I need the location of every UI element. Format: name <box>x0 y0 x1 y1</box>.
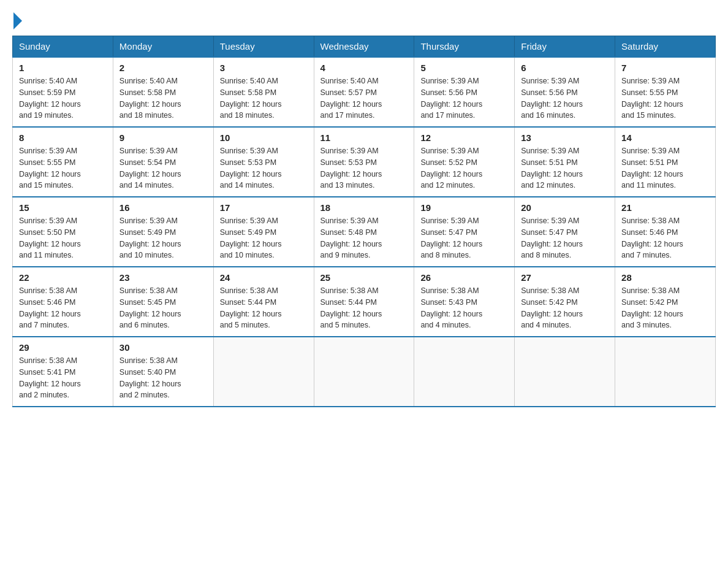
day-info: Sunrise: 5:39 AMSunset: 5:51 PMDaylight:… <box>521 145 609 191</box>
day-of-week-header: Monday <box>113 36 213 58</box>
day-info: Sunrise: 5:39 AMSunset: 5:51 PMDaylight:… <box>621 145 709 191</box>
calendar-day-cell: 4Sunrise: 5:40 AMSunset: 5:57 PMDaylight… <box>314 57 414 127</box>
day-number: 25 <box>320 272 408 283</box>
calendar-day-cell: 1Sunrise: 5:40 AMSunset: 5:59 PMDaylight… <box>13 57 113 127</box>
calendar-day-cell <box>615 337 716 407</box>
day-info: Sunrise: 5:39 AMSunset: 5:47 PMDaylight:… <box>521 215 609 261</box>
calendar-day-cell: 3Sunrise: 5:40 AMSunset: 5:58 PMDaylight… <box>213 57 314 127</box>
day-info: Sunrise: 5:40 AMSunset: 5:58 PMDaylight:… <box>119 75 207 121</box>
header-row: SundayMondayTuesdayWednesdayThursdayFrid… <box>13 36 716 58</box>
day-number: 7 <box>621 63 709 73</box>
calendar-day-cell: 12Sunrise: 5:39 AMSunset: 5:52 PMDayligh… <box>414 127 515 197</box>
day-info: Sunrise: 5:39 AMSunset: 5:55 PMDaylight:… <box>621 75 709 121</box>
calendar-day-cell: 9Sunrise: 5:39 AMSunset: 5:54 PMDaylight… <box>113 127 213 197</box>
day-of-week-header: Thursday <box>414 36 515 58</box>
day-number: 5 <box>420 63 508 73</box>
day-number: 12 <box>420 132 508 143</box>
day-number: 8 <box>19 132 107 143</box>
day-number: 21 <box>621 202 709 213</box>
calendar-day-cell <box>414 337 515 407</box>
calendar-day-cell: 24Sunrise: 5:38 AMSunset: 5:44 PMDayligh… <box>213 267 314 337</box>
calendar-day-cell: 30Sunrise: 5:38 AMSunset: 5:40 PMDayligh… <box>113 337 213 407</box>
day-info: Sunrise: 5:39 AMSunset: 5:56 PMDaylight:… <box>521 75 609 121</box>
day-info: Sunrise: 5:38 AMSunset: 5:45 PMDaylight:… <box>119 285 207 331</box>
day-number: 1 <box>19 63 107 73</box>
day-info: Sunrise: 5:38 AMSunset: 5:42 PMDaylight:… <box>621 285 709 331</box>
day-number: 6 <box>521 63 609 73</box>
calendar-day-cell <box>314 337 414 407</box>
calendar-day-cell: 25Sunrise: 5:38 AMSunset: 5:44 PMDayligh… <box>314 267 414 337</box>
day-number: 26 <box>420 272 508 283</box>
day-number: 9 <box>119 132 207 143</box>
calendar-day-cell: 2Sunrise: 5:40 AMSunset: 5:58 PMDaylight… <box>113 57 213 127</box>
day-info: Sunrise: 5:39 AMSunset: 5:49 PMDaylight:… <box>220 215 308 261</box>
day-info: Sunrise: 5:39 AMSunset: 5:48 PMDaylight:… <box>320 215 408 261</box>
day-info: Sunrise: 5:40 AMSunset: 5:59 PMDaylight:… <box>19 75 107 121</box>
calendar-week-row: 8Sunrise: 5:39 AMSunset: 5:55 PMDaylight… <box>13 127 716 197</box>
day-number: 13 <box>521 132 609 143</box>
calendar-day-cell: 16Sunrise: 5:39 AMSunset: 5:49 PMDayligh… <box>113 197 213 267</box>
logo-arrow-icon <box>13 12 22 29</box>
calendar-day-cell: 10Sunrise: 5:39 AMSunset: 5:53 PMDayligh… <box>213 127 314 197</box>
day-info: Sunrise: 5:38 AMSunset: 5:42 PMDaylight:… <box>521 285 609 331</box>
day-info: Sunrise: 5:38 AMSunset: 5:46 PMDaylight:… <box>621 215 709 261</box>
day-number: 4 <box>320 63 408 73</box>
calendar-day-cell: 13Sunrise: 5:39 AMSunset: 5:51 PMDayligh… <box>515 127 615 197</box>
day-info: Sunrise: 5:39 AMSunset: 5:52 PMDaylight:… <box>420 145 508 191</box>
day-number: 11 <box>320 132 408 143</box>
calendar-header: SundayMondayTuesdayWednesdayThursdayFrid… <box>13 36 716 58</box>
day-info: Sunrise: 5:38 AMSunset: 5:40 PMDaylight:… <box>119 355 207 401</box>
day-of-week-header: Tuesday <box>213 36 314 58</box>
calendar-day-cell: 19Sunrise: 5:39 AMSunset: 5:47 PMDayligh… <box>414 197 515 267</box>
calendar-day-cell: 17Sunrise: 5:39 AMSunset: 5:49 PMDayligh… <box>213 197 314 267</box>
day-info: Sunrise: 5:38 AMSunset: 5:46 PMDaylight:… <box>19 285 107 331</box>
calendar-week-row: 1Sunrise: 5:40 AMSunset: 5:59 PMDaylight… <box>13 57 716 127</box>
day-info: Sunrise: 5:39 AMSunset: 5:56 PMDaylight:… <box>420 75 508 121</box>
calendar-day-cell: 6Sunrise: 5:39 AMSunset: 5:56 PMDaylight… <box>515 57 615 127</box>
day-number: 17 <box>220 202 308 213</box>
calendar-day-cell: 29Sunrise: 5:38 AMSunset: 5:41 PMDayligh… <box>13 337 113 407</box>
day-number: 15 <box>19 202 107 213</box>
calendar-week-row: 29Sunrise: 5:38 AMSunset: 5:41 PMDayligh… <box>13 337 716 407</box>
day-number: 19 <box>420 202 508 213</box>
day-info: Sunrise: 5:39 AMSunset: 5:49 PMDaylight:… <box>119 215 207 261</box>
day-number: 14 <box>621 132 709 143</box>
day-number: 22 <box>19 272 107 283</box>
day-of-week-header: Wednesday <box>314 36 414 58</box>
calendar-day-cell: 7Sunrise: 5:39 AMSunset: 5:55 PMDaylight… <box>615 57 716 127</box>
page-header <box>12 12 716 23</box>
day-info: Sunrise: 5:38 AMSunset: 5:41 PMDaylight:… <box>19 355 107 401</box>
day-number: 18 <box>320 202 408 213</box>
calendar-day-cell <box>515 337 615 407</box>
day-number: 30 <box>119 342 207 353</box>
calendar-day-cell: 21Sunrise: 5:38 AMSunset: 5:46 PMDayligh… <box>615 197 716 267</box>
calendar-day-cell: 15Sunrise: 5:39 AMSunset: 5:50 PMDayligh… <box>13 197 113 267</box>
calendar-day-cell: 28Sunrise: 5:38 AMSunset: 5:42 PMDayligh… <box>615 267 716 337</box>
day-info: Sunrise: 5:38 AMSunset: 5:44 PMDaylight:… <box>220 285 308 331</box>
calendar-day-cell: 11Sunrise: 5:39 AMSunset: 5:53 PMDayligh… <box>314 127 414 197</box>
day-info: Sunrise: 5:38 AMSunset: 5:43 PMDaylight:… <box>420 285 508 331</box>
calendar-day-cell: 14Sunrise: 5:39 AMSunset: 5:51 PMDayligh… <box>615 127 716 197</box>
day-number: 27 <box>521 272 609 283</box>
day-info: Sunrise: 5:39 AMSunset: 5:53 PMDaylight:… <box>320 145 408 191</box>
day-info: Sunrise: 5:39 AMSunset: 5:54 PMDaylight:… <box>119 145 207 191</box>
calendar-day-cell: 26Sunrise: 5:38 AMSunset: 5:43 PMDayligh… <box>414 267 515 337</box>
day-of-week-header: Friday <box>515 36 615 58</box>
day-info: Sunrise: 5:39 AMSunset: 5:55 PMDaylight:… <box>19 145 107 191</box>
logo <box>12 12 22 23</box>
calendar-day-cell: 23Sunrise: 5:38 AMSunset: 5:45 PMDayligh… <box>113 267 213 337</box>
day-number: 23 <box>119 272 207 283</box>
day-info: Sunrise: 5:40 AMSunset: 5:57 PMDaylight:… <box>320 75 408 121</box>
calendar-day-cell: 5Sunrise: 5:39 AMSunset: 5:56 PMDaylight… <box>414 57 515 127</box>
calendar-body: 1Sunrise: 5:40 AMSunset: 5:59 PMDaylight… <box>13 57 716 407</box>
calendar-day-cell: 20Sunrise: 5:39 AMSunset: 5:47 PMDayligh… <box>515 197 615 267</box>
day-number: 10 <box>220 132 308 143</box>
day-info: Sunrise: 5:39 AMSunset: 5:47 PMDaylight:… <box>420 215 508 261</box>
calendar-day-cell: 18Sunrise: 5:39 AMSunset: 5:48 PMDayligh… <box>314 197 414 267</box>
day-number: 2 <box>119 63 207 73</box>
day-number: 20 <box>521 202 609 213</box>
calendar-day-cell: 8Sunrise: 5:39 AMSunset: 5:55 PMDaylight… <box>13 127 113 197</box>
day-number: 3 <box>220 63 308 73</box>
day-number: 16 <box>119 202 207 213</box>
day-of-week-header: Saturday <box>615 36 716 58</box>
